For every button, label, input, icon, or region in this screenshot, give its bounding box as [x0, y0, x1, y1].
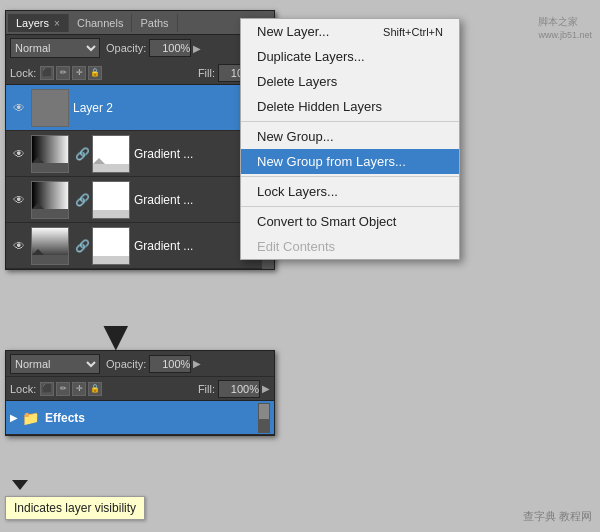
- opacity-input[interactable]: [149, 39, 191, 57]
- tooltip-box: Indicates layer visibility: [5, 496, 145, 520]
- lock-move-icon[interactable]: ✛: [72, 66, 86, 80]
- layers-panel: Layers × Channels Paths ≡ Normal Multipl…: [5, 10, 275, 270]
- lock-label: Lock:: [10, 67, 36, 79]
- bottom-fill-input[interactable]: [218, 380, 260, 398]
- mask-thumbnail: [92, 227, 130, 265]
- watermark-bottom: 查字典 教程网: [523, 509, 592, 524]
- watermark-text: 脚本之家: [538, 16, 578, 27]
- ctx-duplicate-label: Duplicate Layers...: [257, 49, 365, 64]
- svg-rect-16: [93, 256, 130, 265]
- tab-paths-label: Paths: [140, 17, 168, 29]
- eye-icon[interactable]: 👁: [10, 191, 28, 209]
- bottom-lock-pixel-icon[interactable]: ⬛: [40, 382, 54, 396]
- bottom-layers-panel: Normal Opacity: ▶ Lock: ⬛ ✏ ✛ 🔒 Fill: ▶ …: [5, 350, 275, 436]
- bottom-lock-label: Lock:: [10, 383, 36, 395]
- ctx-new-group[interactable]: New Group...: [241, 124, 459, 149]
- ctx-delete-hidden[interactable]: Delete Hidden Layers: [241, 94, 459, 119]
- svg-rect-5: [93, 164, 130, 173]
- layers-list: 👁 Layer 2 👁 🔗: [6, 85, 274, 269]
- layer-thumbnail: [31, 227, 69, 265]
- mask-thumbnail: [92, 135, 130, 173]
- tab-layers-label: Layers: [16, 17, 49, 29]
- eye-icon[interactable]: 👁: [10, 237, 28, 255]
- bottom-lock-all-icon[interactable]: 🔒: [88, 382, 102, 396]
- ctx-convert-smart[interactable]: Convert to Smart Object: [241, 209, 459, 234]
- ctx-new-group-from-layers[interactable]: New Group from Layers...: [241, 149, 459, 174]
- chain-icon: 🔗: [75, 193, 90, 207]
- bottom-opacity-input[interactable]: [149, 355, 191, 373]
- tab-paths[interactable]: Paths: [132, 14, 177, 32]
- ctx-edit-contents-label: Edit Contents: [257, 239, 335, 254]
- ctx-convert-smart-label: Convert to Smart Object: [257, 214, 396, 229]
- layer-item[interactable]: 👁 🔗 Gradient ...: [6, 131, 274, 177]
- tab-channels[interactable]: Channels: [69, 14, 132, 32]
- mask-thumbnail: [92, 181, 130, 219]
- bottom-opacity-arrow-icon[interactable]: ▶: [193, 358, 201, 369]
- fill-label: Fill:: [198, 67, 215, 79]
- ctx-new-layer-label: New Layer...: [257, 24, 329, 39]
- ctx-separator-1: [241, 121, 459, 122]
- lock-position-icon[interactable]: ✏: [56, 66, 70, 80]
- svg-rect-8: [32, 209, 68, 219]
- bottom-lock-move-icon[interactable]: ✛: [72, 382, 86, 396]
- layer-thumbnail: [31, 89, 69, 127]
- watermark-top: 脚本之家 www.jb51.net: [538, 15, 592, 40]
- chain-icon: 🔗: [75, 147, 90, 161]
- svg-rect-0: [32, 89, 68, 127]
- blend-mode-select[interactable]: Normal Multiply Screen: [10, 38, 100, 58]
- svg-rect-11: [93, 210, 130, 219]
- ctx-lock-layers-label: Lock Layers...: [257, 184, 338, 199]
- panel-tabs: Layers × Channels Paths ≡: [6, 11, 274, 35]
- layer-thumbnail: [31, 181, 69, 219]
- opacity-arrow-icon[interactable]: ▶: [193, 43, 201, 54]
- ctx-edit-contents: Edit Contents: [241, 234, 459, 259]
- ctx-separator-2: [241, 176, 459, 177]
- down-arrow-icon: ▼: [95, 312, 137, 360]
- layer-item[interactable]: 👁 🔗 Gradient ...: [6, 177, 274, 223]
- chain-icon: 🔗: [75, 239, 90, 253]
- tooltip-pointer: [12, 480, 28, 490]
- layer-item[interactable]: 👁 🔗 Gradient ...: [6, 223, 274, 269]
- layer-item[interactable]: 👁 Layer 2: [6, 85, 274, 131]
- ctx-new-layer-shortcut: Shift+Ctrl+N: [383, 26, 443, 38]
- effects-expand-icon[interactable]: ▶: [10, 412, 18, 423]
- ctx-separator-3: [241, 206, 459, 207]
- watermark-bottom-text: 查字典 教程网: [523, 510, 592, 522]
- bottom-fill-arrow-icon[interactable]: ▶: [262, 383, 270, 394]
- bottom-scrollbar[interactable]: [258, 403, 270, 433]
- tab-close-icon[interactable]: ×: [54, 18, 60, 29]
- context-menu: New Layer... Shift+Ctrl+N Duplicate Laye…: [240, 18, 460, 260]
- tooltip-text: Indicates layer visibility: [14, 501, 136, 515]
- ctx-delete-layers[interactable]: Delete Layers: [241, 69, 459, 94]
- svg-rect-13: [32, 255, 68, 265]
- lock-all-icon[interactable]: 🔒: [88, 66, 102, 80]
- blend-opacity-row: Normal Multiply Screen Opacity: ▶: [6, 35, 274, 61]
- bottom-blend-opacity-row: Normal Opacity: ▶: [6, 351, 274, 377]
- tab-layers[interactable]: Layers ×: [8, 14, 69, 32]
- watermark-url: www.jb51.net: [538, 30, 592, 40]
- lock-row: Lock: ⬛ ✏ ✛ 🔒 Fill: ▶: [6, 61, 274, 85]
- tab-channels-label: Channels: [77, 17, 123, 29]
- lock-pixel-icon[interactable]: ⬛: [40, 66, 54, 80]
- ctx-new-group-from-layers-label: New Group from Layers...: [257, 154, 406, 169]
- svg-rect-2: [32, 163, 68, 173]
- eye-icon[interactable]: 👁: [10, 145, 28, 163]
- bottom-lock-row: Lock: ⬛ ✏ ✛ 🔒 Fill: ▶: [6, 377, 274, 401]
- bottom-fill-label: Fill:: [198, 383, 215, 395]
- ctx-lock-layers[interactable]: Lock Layers...: [241, 179, 459, 204]
- ctx-new-group-label: New Group...: [257, 129, 334, 144]
- eye-icon[interactable]: 👁: [10, 99, 28, 117]
- opacity-label: Opacity:: [106, 42, 146, 54]
- ctx-delete-hidden-label: Delete Hidden Layers: [257, 99, 382, 114]
- effects-layer-name: Effects: [45, 411, 85, 425]
- ctx-new-layer[interactable]: New Layer... Shift+Ctrl+N: [241, 19, 459, 44]
- bottom-blend-mode-select[interactable]: Normal: [10, 354, 100, 374]
- effects-layer-row[interactable]: ▶ 📁 Effects: [6, 401, 274, 435]
- layer-thumbnail: [31, 135, 69, 173]
- bottom-lock-position-icon[interactable]: ✏: [56, 382, 70, 396]
- ctx-delete-label: Delete Layers: [257, 74, 337, 89]
- ctx-duplicate-layers[interactable]: Duplicate Layers...: [241, 44, 459, 69]
- folder-icon: 📁: [22, 410, 39, 426]
- bottom-scroll-thumb[interactable]: [259, 404, 269, 419]
